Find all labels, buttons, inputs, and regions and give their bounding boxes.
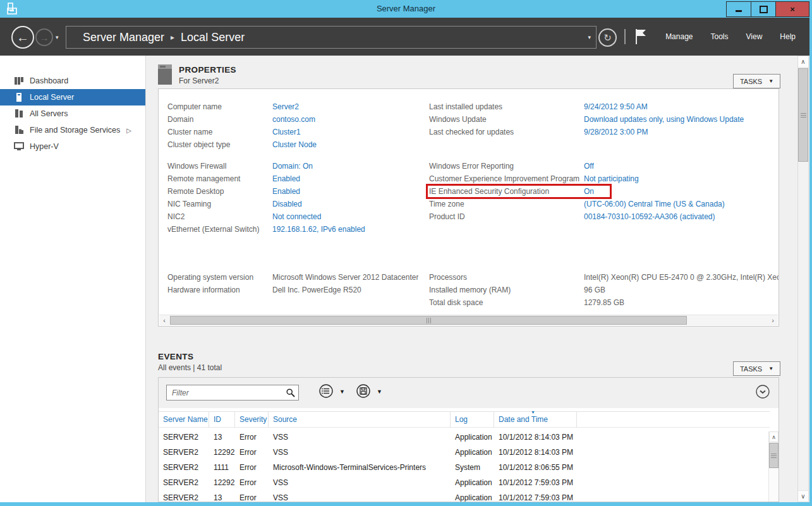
property-value[interactable]: Enabled	[272, 185, 300, 198]
expand-icon[interactable]: ▷	[126, 127, 131, 134]
property-value[interactable]: Not connected	[272, 210, 321, 223]
scroll-up-icon[interactable]: ∧	[798, 56, 808, 68]
breadcrumb-root[interactable]: Server Manager	[83, 31, 164, 44]
scroll-down-icon[interactable]: ∨	[798, 490, 808, 502]
property-value[interactable]: Off	[584, 160, 594, 172]
properties-tasks-button[interactable]: TASKS ▼	[733, 74, 780, 88]
event-cell-severity: Error	[235, 475, 269, 490]
property-value: Intel(R) Xeon(R) CPU E5-2470 0 @ 2.30GHz…	[584, 271, 779, 284]
event-cell-log: Application	[451, 430, 494, 445]
property-label: Cluster object type	[167, 138, 272, 151]
events-tasks-button[interactable]: TASKS ▼	[733, 361, 780, 376]
event-row[interactable]: SERVER213ErrorVSSApplication10/1/2012 8:…	[159, 430, 770, 445]
event-cell-id: 1111	[209, 460, 235, 475]
local-server-icon	[14, 92, 24, 102]
property-value[interactable]: Cluster Node	[272, 138, 317, 151]
collapse-section-button[interactable]	[756, 385, 770, 399]
scrollbar-grip-icon	[771, 454, 777, 458]
tasks-caret-icon: ▼	[768, 78, 773, 84]
property-value[interactable]: Enabled	[272, 172, 300, 185]
property-value[interactable]: contoso.com	[272, 113, 315, 126]
column-header-date-and-time[interactable]: Date and Time▼	[494, 412, 577, 428]
main-scrollbar-thumb[interactable]	[798, 68, 808, 162]
breadcrumb-caret-icon[interactable]: ▾	[588, 34, 591, 40]
event-cell-source: VSS	[269, 490, 451, 502]
property-value[interactable]: Not participating	[584, 172, 639, 185]
notifications-flag-button[interactable]	[633, 28, 648, 45]
menu-help[interactable]: Help	[780, 32, 796, 41]
event-cell-severity: Error	[235, 430, 269, 445]
back-button[interactable]: ←	[11, 26, 34, 49]
property-row-vethernet-external-switch: vEthernet (External Switch)192.168.1.62,…	[167, 223, 429, 236]
minimize-button[interactable]	[726, 1, 751, 17]
column-header-server-name[interactable]: Server Name	[159, 412, 209, 428]
property-value[interactable]: Cluster1	[272, 126, 301, 138]
history-caret-icon[interactable]: ▾	[56, 34, 59, 40]
events-panel: ▼ ▼ Server NameIDSeveritySourceLogDate a…	[158, 377, 779, 502]
horizontal-scrollbar-thumb[interactable]	[170, 316, 687, 325]
column-header-log[interactable]: Log	[451, 412, 494, 428]
property-value[interactable]: On	[584, 185, 594, 198]
filter-options-button[interactable]	[318, 383, 334, 399]
events-scrollbar[interactable]: ∧	[768, 431, 779, 502]
property-value[interactable]: (UTC-06:00) Central Time (US & Canada)	[584, 198, 725, 210]
events-scrollbar-thumb[interactable]	[769, 443, 779, 468]
properties-server-icon	[158, 64, 172, 85]
property-row-product-id: Product ID00184-70310-10592-AA306 (activ…	[429, 210, 779, 223]
property-value[interactable]: Disabled	[272, 198, 302, 210]
property-value[interactable]: 192.168.1.62, IPv6 enabled	[272, 223, 365, 236]
event-cell-log: Application	[451, 490, 494, 502]
sidebar-item-file-and-storage-services[interactable]: File and Storage Services▷	[0, 122, 145, 138]
close-button[interactable]: ×	[775, 1, 809, 17]
save-query-button[interactable]	[356, 383, 371, 399]
forward-button[interactable]: →	[35, 28, 53, 46]
property-value: 1279.85 GB	[584, 296, 624, 309]
property-label: Operating system version	[167, 271, 272, 284]
event-row[interactable]: SERVER21111ErrorMicrosoft-Windows-Termin…	[159, 460, 770, 475]
menu-tools[interactable]: Tools	[711, 32, 729, 41]
property-value[interactable]: Server2	[272, 100, 299, 113]
column-header-id[interactable]: ID	[209, 412, 235, 428]
properties-column-right: Last installed updates9/24/2012 9:50 AMW…	[429, 89, 779, 309]
properties-horizontal-scrollbar[interactable]: ‹ ›	[159, 315, 778, 325]
main-scrollbar[interactable]: ∧ ∨	[797, 56, 809, 502]
event-cell-source: VSS	[269, 475, 451, 490]
breadcrumb[interactable]: Server Manager ▸ Local Server ▾	[66, 26, 597, 49]
scroll-right-icon[interactable]: ›	[768, 315, 778, 325]
event-row[interactable]: SERVER212292ErrorVSSApplication10/1/2012…	[159, 475, 770, 490]
property-label: Hardware information	[167, 284, 272, 296]
refresh-button[interactable]: ↻	[598, 28, 617, 47]
event-cell-id: 13	[209, 490, 235, 502]
maximize-button[interactable]	[751, 1, 776, 17]
property-value[interactable]: Download updates only, using Windows Upd…	[584, 113, 744, 126]
sidebar-item-all-servers[interactable]: All Servers	[0, 105, 145, 122]
menu-view[interactable]: View	[746, 32, 763, 41]
property-row-hardware-information: Hardware informationDell Inc. PowerEdge …	[167, 284, 429, 296]
search-icon[interactable]	[286, 388, 296, 398]
property-value[interactable]: 9/28/2012 3:00 PM	[584, 126, 648, 138]
scrollbar-grip-icon	[801, 113, 806, 117]
breadcrumb-current[interactable]: Local Server	[181, 31, 245, 44]
filter-input[interactable]	[167, 385, 287, 400]
property-row-ie-enhanced-security-configuration: IE Enhanced Security ConfigurationOn	[429, 185, 779, 198]
save-query-caret-icon[interactable]: ▼	[377, 389, 382, 395]
sidebar-item-label: File and Storage Services	[30, 126, 120, 135]
sidebar-item-hyper-v[interactable]: Hyper-V	[0, 138, 145, 155]
property-value[interactable]: 9/24/2012 9:50 AM	[584, 100, 648, 113]
menu-manage[interactable]: Manage	[665, 32, 693, 41]
event-row[interactable]: SERVER213ErrorVSSApplication10/1/2012 7:…	[159, 490, 770, 502]
property-value: 96 GB	[584, 284, 605, 296]
property-label: IE Enhanced Security Configuration	[429, 185, 584, 198]
sidebar-item-label: Dashboard	[30, 76, 68, 85]
sidebar-item-local-server[interactable]: Local Server	[0, 89, 145, 105]
scroll-up-icon[interactable]: ∧	[769, 431, 779, 442]
events-toolbar: ▼ ▼	[159, 378, 779, 408]
filter-options-caret-icon[interactable]: ▼	[339, 389, 345, 395]
property-value[interactable]: 00184-70310-10592-AA306 (activated)	[584, 210, 715, 223]
column-header-severity[interactable]: Severity	[235, 412, 269, 428]
property-value[interactable]: Domain: On	[272, 160, 313, 172]
event-row[interactable]: SERVER212292ErrorVSSApplication10/1/2012…	[159, 445, 770, 460]
sidebar-item-dashboard[interactable]: Dashboard	[0, 73, 145, 89]
column-header-source[interactable]: Source	[269, 412, 451, 428]
scroll-left-icon[interactable]: ‹	[159, 315, 169, 325]
